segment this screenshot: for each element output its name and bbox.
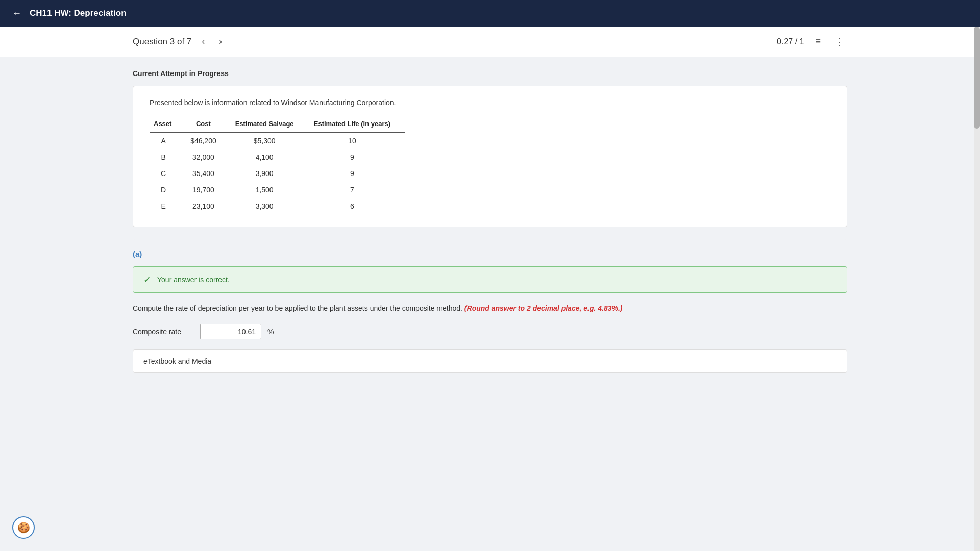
table-row: B32,0004,1009 [150,149,405,165]
etextbook-label: eTextbook and Media [143,357,211,365]
table-cell: 3,900 [230,165,308,182]
more-icon: ⋮ [835,37,844,47]
table-cell: 35,400 [185,165,229,182]
top-bar: ← CH11 HW: Depreciation [0,0,980,27]
composite-rate-label: Composite rate [133,328,194,336]
question-note: (Round answer to 2 decimal place, e.g. 4… [464,304,623,312]
more-options-button[interactable]: ⋮ [832,34,847,49]
correct-answer-box: ✓ Your answer is correct. [133,266,847,293]
table-cell: 10 [308,132,405,149]
table-cell: 1,500 [230,182,308,198]
question-nav-left: Question 3 of 7 ‹ › [133,34,226,49]
next-question-button[interactable]: › [215,34,226,49]
page-title: CH11 HW: Depreciation [30,8,127,18]
list-view-button[interactable]: ≡ [812,34,824,49]
col-header-asset: Asset [150,117,185,132]
table-cell: 3,300 [230,198,308,214]
composite-rate-input[interactable] [200,324,261,339]
table-cell: 6 [308,198,405,214]
table-row: E23,1003,3006 [150,198,405,214]
table-cell: D [150,182,185,198]
col-header-life: Estimated Life (in years) [308,117,405,132]
prev-question-button[interactable]: ‹ [198,34,209,49]
table-row: C35,4003,9009 [150,165,405,182]
etextbook-bar[interactable]: eTextbook and Media [133,349,847,373]
attempt-label: Current Attempt in Progress [133,69,847,78]
assets-table: Asset Cost Estimated Salvage Estimated L… [150,117,405,214]
table-cell: $5,300 [230,132,308,149]
score-display: 0.27 / 1 [777,37,804,46]
table-cell: E [150,198,185,214]
question-label: Question 3 of 7 [133,37,191,47]
scrollbar-thumb[interactable] [974,27,980,129]
checkmark-icon: ✓ [143,274,151,285]
part-a-label: (a) [133,249,847,266]
table-row: D19,7001,5007 [150,182,405,198]
table-cell: C [150,165,185,182]
question-nav-right: 0.27 / 1 ≡ ⋮ [777,34,847,49]
table-cell: 9 [308,149,405,165]
question-text-main: Compute the rate of depreciation per yea… [133,304,462,312]
correct-message: Your answer is correct. [157,276,230,284]
list-icon: ≡ [815,36,821,46]
info-description: Presented below is information related t… [150,98,830,107]
table-row: A$46,200$5,30010 [150,132,405,149]
info-card: Presented below is information related t… [133,86,847,227]
table-cell: 19,700 [185,182,229,198]
main-content: Current Attempt in Progress Presented be… [0,57,980,385]
next-arrow-icon: › [219,36,222,46]
table-cell: 7 [308,182,405,198]
table-cell: $46,200 [185,132,229,149]
table-cell: 32,000 [185,149,229,165]
question-nav-bar: Question 3 of 7 ‹ › 0.27 / 1 ≡ ⋮ [0,27,980,57]
table-cell: 4,100 [230,149,308,165]
back-icon: ← [12,8,21,19]
composite-rate-row: Composite rate % [133,324,847,339]
question-text: Compute the rate of depreciation per yea… [133,303,847,314]
table-cell: 9 [308,165,405,182]
scrollbar-track [974,27,980,551]
part-a-section: (a) ✓ Your answer is correct. Compute th… [133,239,847,373]
table-cell: A [150,132,185,149]
col-header-cost: Cost [185,117,229,132]
cookie-icon: 🍪 [17,521,30,534]
col-header-salvage: Estimated Salvage [230,117,308,132]
percent-unit: % [267,328,274,336]
prev-arrow-icon: ‹ [202,36,205,46]
table-cell: B [150,149,185,165]
back-button[interactable]: ← [12,8,21,19]
cookie-button[interactable]: 🍪 [12,516,35,539]
table-cell: 23,100 [185,198,229,214]
